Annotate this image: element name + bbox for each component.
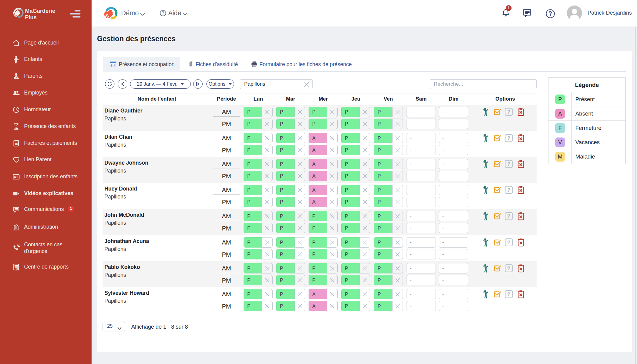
svg-text:?: ?: [507, 135, 510, 141]
svg-text:?: ?: [507, 291, 510, 297]
svg-text:?: ?: [507, 109, 510, 115]
svg-text:?: ?: [507, 266, 510, 271]
svg-text:?: ?: [507, 213, 510, 219]
svg-text:?: ?: [507, 240, 510, 245]
svg-text:?: ?: [507, 161, 510, 167]
svg-text:?: ?: [507, 187, 510, 193]
